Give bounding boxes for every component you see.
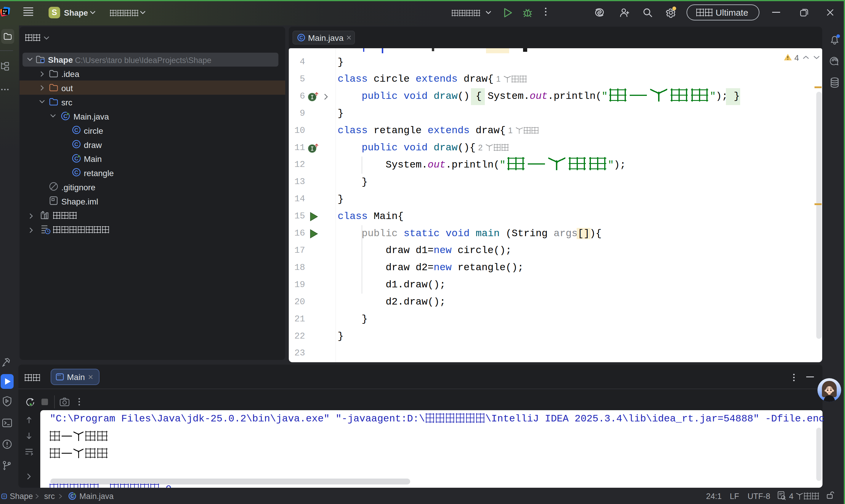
svg-text:C: C — [74, 142, 78, 147]
svg-text:IJ: IJ — [3, 10, 7, 13]
svg-text:C: C — [299, 35, 303, 40]
svg-text:C: C — [74, 169, 78, 176]
svg-text:C: C — [74, 127, 78, 133]
